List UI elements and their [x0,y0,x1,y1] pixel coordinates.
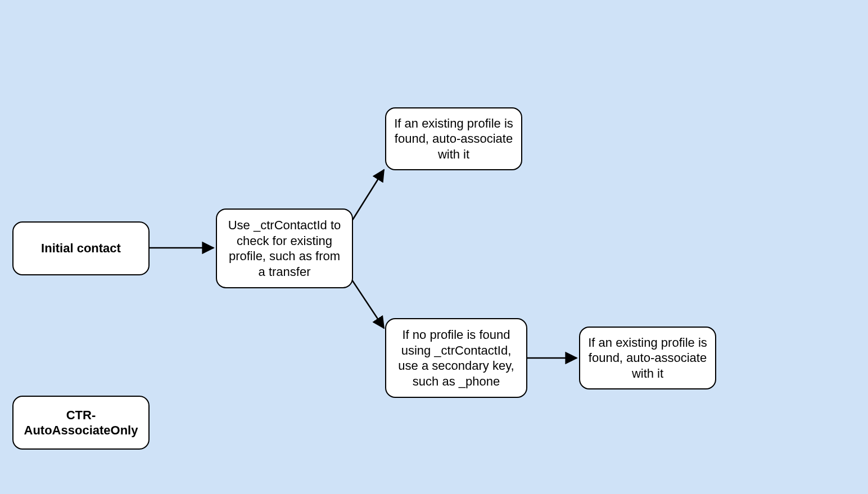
edge-check-to-found-top [352,170,384,221]
diagram-canvas: Initial contact Use _ctrContactId to che… [0,0,868,494]
node-check-profile: Use _ctrContactId to check for existing … [216,209,353,288]
node-found-right: If an existing profile is found, auto-as… [579,327,716,389]
node-label: If no profile is found using _ctrContact… [394,327,518,389]
node-label: If an existing profile is found, auto-as… [394,116,513,162]
node-label: Initial contact [41,241,121,256]
node-found-top: If an existing profile is found, auto-as… [385,107,522,170]
node-label: If an existing profile is found, auto-as… [588,335,707,382]
node-ctr-auto-associate-only: CTR-AutoAssociateOnly [12,396,150,450]
node-no-profile: If no profile is found using _ctrContact… [385,318,527,398]
edge-check-to-no-profile [352,280,384,328]
node-label: CTR-AutoAssociateOnly [21,407,141,438]
node-label: Use _ctrContactId to check for existing … [225,217,344,279]
node-initial-contact: Initial contact [12,221,150,275]
